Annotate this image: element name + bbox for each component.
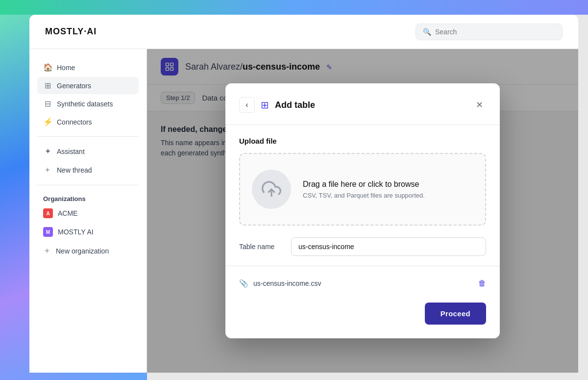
sidebar-item-label: New thread bbox=[57, 166, 92, 174]
search-bar[interactable]: 🔍 bbox=[416, 24, 563, 40]
sidebar-item-connectors[interactable]: ⚡ Connectors bbox=[37, 113, 139, 130]
attachment-icon: 📎 bbox=[239, 279, 248, 288]
file-name: us-census-income.csv bbox=[253, 279, 473, 287]
top-bar: MOSTLY·AI 🔍 bbox=[29, 15, 578, 49]
sidebar-item-acme[interactable]: A ACME bbox=[37, 204, 139, 222]
sidebar-item-label: Synthetic datasets bbox=[57, 100, 113, 108]
upload-main-text: Drag a file here or click to browse bbox=[303, 180, 425, 189]
search-icon: 🔍 bbox=[423, 28, 431, 36]
modal-footer: Proceed bbox=[239, 303, 486, 325]
upload-sub-text: CSV, TSV, and Parquet files are supporte… bbox=[303, 192, 425, 199]
table-icon: ⊞ bbox=[261, 99, 269, 111]
upload-zone[interactable]: Drag a file here or click to browse CSV,… bbox=[239, 153, 486, 226]
modal-title-row: ‹ ⊞ Add table bbox=[239, 97, 315, 113]
organizations-label: Organizations bbox=[37, 191, 139, 204]
sidebar-item-label: MOSTLY AI bbox=[58, 228, 94, 236]
sidebar-assistant-section: ✦ Assistant ＋ New thread bbox=[29, 143, 147, 179]
delete-file-button[interactable]: 🗑 bbox=[478, 279, 486, 288]
close-button[interactable]: ✕ bbox=[472, 98, 486, 112]
sidebar-item-mostly-ai[interactable]: M MOSTLY AI bbox=[37, 223, 139, 241]
back-button[interactable]: ‹ bbox=[239, 97, 255, 113]
home-icon: 🏠 bbox=[43, 63, 52, 72]
sidebar-orgs-section: Organizations A ACME M MOSTLY AI ＋ New o… bbox=[29, 191, 147, 260]
plus-org-icon: ＋ bbox=[43, 246, 51, 256]
table-name-label: Table name bbox=[239, 243, 283, 251]
sidebar: 🏠 Home ⊞ Generators ⊟ Synthetic datasets… bbox=[29, 49, 147, 373]
upload-icon-circle bbox=[252, 170, 291, 209]
assistant-icon: ✦ bbox=[43, 147, 52, 156]
modal-overlay: ‹ ⊞ Add table ✕ Upload file bbox=[147, 49, 578, 373]
table-name-input[interactable] bbox=[291, 237, 486, 256]
content-area: Sarah Alvarez/us-census-income ✎ Step 1/… bbox=[147, 49, 578, 373]
main-body: 🏠 Home ⊞ Generators ⊟ Synthetic datasets… bbox=[29, 49, 578, 373]
sidebar-item-label: ACME bbox=[58, 209, 77, 217]
logo: MOSTLY·AI bbox=[45, 26, 97, 37]
file-row: 📎 us-census-income.csv 🗑 bbox=[239, 276, 486, 291]
sidebar-item-label: Home bbox=[57, 64, 75, 72]
top-gradient-bar bbox=[0, 0, 588, 15]
table-name-row: Table name bbox=[239, 237, 486, 256]
sidebar-item-label: Assistant bbox=[57, 148, 85, 155]
search-input[interactable] bbox=[435, 28, 555, 36]
sidebar-divider-1 bbox=[37, 136, 139, 137]
proceed-button[interactable]: Proceed bbox=[425, 303, 486, 325]
sidebar-item-label: Connectors bbox=[57, 118, 92, 126]
modal-footer-divider bbox=[225, 266, 500, 266]
sidebar-nav-section: 🏠 Home ⊞ Generators ⊟ Synthetic datasets… bbox=[29, 59, 147, 130]
modal-header-divider bbox=[225, 125, 500, 125]
sidebar-item-label: Generators bbox=[57, 82, 91, 90]
plus-thread-icon: ＋ bbox=[43, 165, 52, 175]
mostly-ai-avatar: M bbox=[43, 227, 53, 237]
sidebar-item-assistant[interactable]: ✦ Assistant bbox=[37, 143, 139, 160]
sidebar-item-synthetic-datasets[interactable]: ⊟ Synthetic datasets bbox=[37, 95, 139, 112]
generators-icon: ⊞ bbox=[43, 81, 52, 90]
sidebar-item-generators[interactable]: ⊞ Generators bbox=[37, 77, 139, 94]
acme-avatar: A bbox=[43, 208, 53, 218]
upload-section-title: Upload file bbox=[239, 137, 486, 145]
app-container: MOSTLY·AI 🔍 🏠 Home ⊞ Generators ⊟ Synthe… bbox=[29, 15, 578, 373]
upload-text-block: Drag a file here or click to browse CSV,… bbox=[303, 180, 425, 199]
modal-title: Add table bbox=[275, 100, 315, 110]
sidebar-item-new-org[interactable]: ＋ New organization bbox=[37, 242, 139, 260]
add-table-modal: ‹ ⊞ Add table ✕ Upload file bbox=[225, 83, 500, 338]
sidebar-item-label: New organization bbox=[56, 247, 109, 255]
synthetic-datasets-icon: ⊟ bbox=[43, 99, 52, 108]
sidebar-item-home[interactable]: 🏠 Home bbox=[37, 59, 139, 76]
sidebar-divider-2 bbox=[37, 185, 139, 185]
modal-header: ‹ ⊞ Add table ✕ bbox=[239, 97, 486, 113]
connectors-icon: ⚡ bbox=[43, 117, 52, 127]
sidebar-item-new-thread[interactable]: ＋ New thread bbox=[37, 161, 139, 179]
